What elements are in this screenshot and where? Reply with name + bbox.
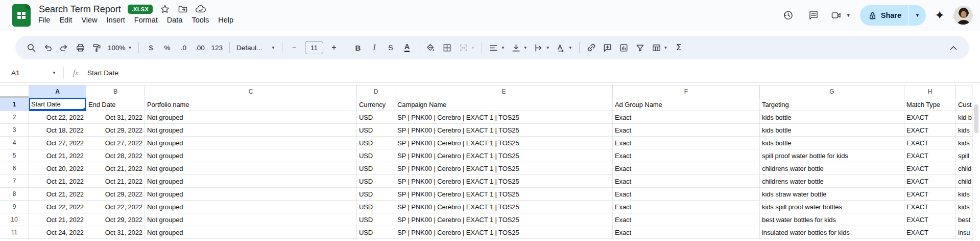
cell[interactable]: EXACT	[904, 124, 956, 137]
cell[interactable]: childrens water bottle	[760, 175, 904, 188]
cell[interactable]: EXACT	[904, 111, 956, 124]
cell[interactable]: Portfolio name	[145, 98, 357, 111]
cell[interactable]: Oct 29, 2022	[86, 124, 145, 137]
merge-cells-icon[interactable]: ▼	[456, 39, 477, 56]
bold-button[interactable]: B	[350, 39, 366, 56]
table-views-icon[interactable]: ▼	[649, 39, 671, 56]
cell[interactable]: Not grouped	[145, 111, 357, 124]
cell[interactable]: Not grouped	[145, 137, 357, 149]
cell[interactable]: Exact	[613, 213, 760, 226]
cell[interactable]: End Date	[86, 98, 145, 111]
star-icon[interactable]	[159, 4, 171, 15]
scrollbar-thumb[interactable]	[974, 104, 978, 133]
cell[interactable]: USD	[357, 124, 395, 137]
cell[interactable]: Oct 22, 2022	[29, 201, 86, 213]
cell[interactable]: EXACT	[904, 213, 956, 226]
row-header-1[interactable]: 1	[0, 98, 29, 111]
cell[interactable]: Exact	[613, 137, 760, 149]
cell[interactable]: Not grouped	[145, 124, 357, 137]
cell[interactable]: SP | PNK00 | Cerebro | EXACT 1 | TOS25	[395, 226, 613, 239]
redo-icon[interactable]	[56, 39, 71, 56]
number-format-button[interactable]: 123	[208, 39, 225, 56]
search-icon[interactable]	[23, 39, 39, 56]
selected-cell-A1[interactable]: Start Date	[29, 98, 86, 111]
version-history-icon[interactable]	[778, 5, 798, 26]
menu-format[interactable]: Format	[130, 14, 162, 26]
cell[interactable]: EXACT	[904, 162, 956, 175]
cell[interactable]: SP | PNK00 | Cerebro | EXACT 1 | TOS25	[395, 124, 613, 137]
cell[interactable]: USD	[357, 111, 395, 124]
sheets-logo-icon[interactable]	[12, 4, 31, 27]
functions-button[interactable]: Σ	[672, 39, 687, 56]
row-header-5[interactable]: 5	[0, 149, 29, 162]
menu-file[interactable]: File	[34, 14, 55, 26]
cell[interactable]: kids bottle	[760, 124, 904, 137]
formula-input[interactable]: Start Date	[87, 69, 118, 77]
cell[interactable]: insulated water bottles for kids	[760, 226, 904, 239]
name-box[interactable]: A1▼	[0, 69, 56, 77]
cell[interactable]: Exact	[613, 149, 760, 162]
row-header-3[interactable]: 3	[0, 124, 29, 137]
cell[interactable]: SP | PNK00 | Cerebro | EXACT 1 | TOS25	[395, 149, 613, 162]
decrease-font-size-button[interactable]: −	[286, 39, 302, 56]
cell[interactable]: USD	[357, 213, 395, 226]
zoom-select[interactable]: 100%▼	[105, 39, 134, 56]
cell[interactable]: Oct 31, 2022	[86, 226, 145, 239]
share-caret-icon[interactable]: ▼	[909, 5, 926, 26]
create-filter-icon[interactable]	[633, 39, 648, 56]
cell[interactable]: Oct 21, 2022	[86, 175, 145, 188]
column-header-E[interactable]: E	[395, 85, 613, 98]
decrease-decimal-button[interactable]: .0	[176, 39, 191, 56]
cell[interactable]: Oct 27, 2022	[86, 137, 145, 149]
insert-chart-icon[interactable]	[616, 39, 632, 56]
row-header-10[interactable]: 10	[0, 213, 29, 226]
cell[interactable]: USD	[357, 226, 395, 239]
increase-font-size-button[interactable]: +	[326, 39, 342, 56]
menu-view[interactable]: View	[77, 14, 102, 26]
cell[interactable]: Oct 31, 2022	[86, 111, 145, 124]
increase-decimal-button[interactable]: .00	[192, 39, 207, 56]
cell[interactable]: Not grouped	[145, 201, 357, 213]
cell[interactable]: Oct 24, 2022	[29, 226, 86, 239]
cell[interactable]: Oct 21, 2022	[29, 188, 86, 201]
column-header-F[interactable]: F	[613, 85, 760, 98]
text-color-button[interactable]: A	[399, 39, 415, 56]
cell[interactable]: Exact	[613, 175, 760, 188]
document-title[interactable]: Search Term Report	[39, 4, 121, 15]
cell[interactable]: Oct 21, 2022	[29, 175, 86, 188]
select-all-corner[interactable]	[0, 85, 29, 98]
cell[interactable]: Exact	[613, 188, 760, 201]
borders-icon[interactable]	[440, 39, 455, 56]
cell[interactable]: USD	[357, 149, 395, 162]
cell[interactable]: Exact	[613, 162, 760, 175]
cell[interactable]: Not grouped	[145, 175, 357, 188]
insert-comment-icon[interactable]	[600, 39, 615, 56]
cell[interactable]: Targeting	[760, 98, 904, 111]
cell[interactable]: best water bottles for kids	[760, 213, 904, 226]
fill-color-icon[interactable]	[423, 39, 439, 56]
cell[interactable]: Oct 21, 2022	[29, 149, 86, 162]
meet-video-icon[interactable]	[829, 5, 844, 26]
cell[interactable]: USD	[357, 162, 395, 175]
print-icon[interactable]	[73, 39, 88, 56]
cell[interactable]: spill proof water bottle for kids	[760, 149, 904, 162]
cell[interactable]: Oct 29, 2022	[86, 213, 145, 226]
cell[interactable]: EXACT	[904, 149, 956, 162]
cell[interactable]: SP | PNK00 | Cerebro | EXACT 1 | TOS25	[395, 137, 613, 149]
cell[interactable]: childrens water bottle	[760, 162, 904, 175]
comment-history-icon[interactable]	[803, 5, 824, 26]
column-header-D[interactable]: D	[357, 85, 395, 98]
menu-edit[interactable]: Edit	[55, 14, 77, 26]
column-header-C[interactable]: C	[145, 85, 357, 98]
cell[interactable]: Not grouped	[145, 188, 357, 201]
cell[interactable]: Not grouped	[145, 226, 357, 239]
strikethrough-button[interactable]: S	[383, 39, 398, 56]
paint-format-icon[interactable]	[89, 39, 104, 56]
cell[interactable]: EXACT	[904, 137, 956, 149]
row-header-9[interactable]: 9	[0, 201, 29, 213]
cell[interactable]: Oct 27, 2022	[29, 137, 86, 149]
cell[interactable]: Exact	[613, 111, 760, 124]
text-wrap-icon[interactable]: ▼	[531, 39, 553, 56]
cell[interactable]: Oct 22, 2022	[29, 111, 86, 124]
cell[interactable]: EXACT	[904, 188, 956, 201]
